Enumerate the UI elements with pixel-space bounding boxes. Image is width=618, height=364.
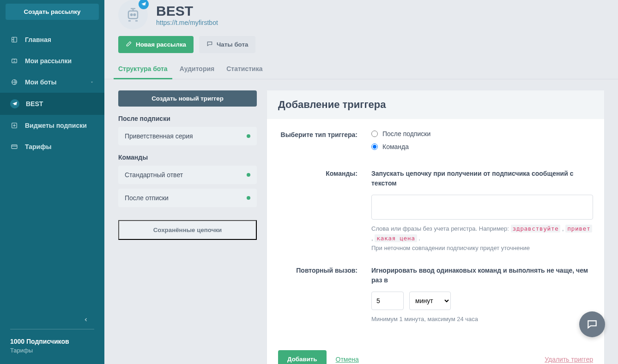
- divider: [10, 329, 94, 329]
- panel-title: Добавление триггера: [267, 90, 604, 119]
- sidebar-item-widgets[interactable]: Виджеты подписки: [0, 115, 104, 136]
- trigger-item-after-unsub[interactable]: После отписки: [118, 189, 257, 207]
- collapse-sidebar-button[interactable]: [10, 313, 94, 329]
- trigger-type-label: Выберите тип триггера:: [278, 130, 357, 156]
- commands-description: Запускать цепочку при получении от подпи…: [371, 169, 593, 188]
- edit-icon: [126, 41, 132, 48]
- example-code: какая цена: [375, 234, 417, 242]
- sidebar-item-label: Мои боты: [25, 78, 56, 86]
- main-content: BEST https://t.me/myfirstbot Новая рассы…: [104, 0, 618, 364]
- repeat-help: Минимум 1 минута, максимум 24 часа: [371, 315, 593, 324]
- home-icon: [10, 36, 18, 44]
- add-trigger-panel: Добавление триггера Выберите тип триггер…: [267, 90, 604, 364]
- add-button[interactable]: Добавить: [278, 350, 327, 364]
- example-code: здравствуйте: [511, 225, 561, 233]
- sidebar-item-bots[interactable]: Мои боты: [0, 72, 104, 93]
- trigger-item-label: Стандартный ответ: [125, 171, 183, 179]
- new-mailing-button[interactable]: Новая рассылка: [118, 36, 194, 53]
- section-after-subscribe: После подписки: [118, 115, 257, 122]
- button-label: Новая рассылка: [136, 41, 186, 48]
- svg-rect-5: [128, 11, 138, 19]
- trigger-item-label: После отписки: [125, 194, 169, 202]
- subscribers-tariff-link[interactable]: Тарифы: [10, 347, 94, 354]
- repeat-unit-select[interactable]: минут: [409, 292, 451, 310]
- chat-icon: [206, 41, 213, 48]
- sidebar-item-best[interactable]: BEST: [0, 93, 104, 115]
- telegram-badge-icon: [139, 0, 149, 9]
- svg-rect-4: [12, 145, 17, 149]
- sidebar-item-label: Тарифы: [25, 143, 51, 150]
- status-dot-icon: [247, 134, 250, 138]
- cancel-link[interactable]: Отмена: [336, 356, 359, 363]
- radio-input[interactable]: [371, 143, 378, 150]
- sidebar-item-tariffs[interactable]: Тарифы: [0, 136, 104, 157]
- create-mailing-button[interactable]: Создать рассылку: [6, 4, 99, 20]
- commands-input[interactable]: [371, 195, 593, 220]
- commands-help: Слова или фразы без учета регистра. Напр…: [371, 224, 593, 253]
- tabs: Структура бота Аудитория Статистика: [104, 60, 618, 79]
- sidebar-item-home[interactable]: Главная: [0, 29, 104, 50]
- sidebar-item-mailings[interactable]: Мои рассылки: [0, 50, 104, 72]
- button-label: Чаты бота: [217, 41, 248, 48]
- svg-point-7: [134, 14, 135, 15]
- tab-stats[interactable]: Статистика: [226, 60, 262, 79]
- bot-header: BEST https://t.me/myfirstbot: [104, 0, 618, 36]
- bot-avatar: [118, 0, 148, 30]
- support-chat-fab[interactable]: [579, 311, 605, 337]
- radio-label: Команда: [382, 143, 409, 150]
- radio-after-subscribe[interactable]: После подписки: [371, 130, 593, 137]
- repeat-description: Игнорировать ввод одинаковых команд и вы…: [371, 266, 593, 285]
- bot-link[interactable]: https://t.me/myfirstbot: [156, 19, 218, 26]
- tab-structure[interactable]: Структура бота: [118, 60, 168, 79]
- chevron-down-icon: [90, 78, 94, 86]
- card-icon: [10, 143, 18, 151]
- status-dot-icon: [247, 196, 250, 200]
- trigger-item-label: Приветственная серия: [125, 132, 193, 140]
- trigger-item-welcome[interactable]: Приветственная серия: [118, 127, 257, 145]
- radio-input[interactable]: [371, 131, 378, 137]
- radio-label: После подписки: [382, 130, 430, 137]
- section-commands: Команды: [118, 154, 257, 161]
- mail-icon: [10, 57, 18, 65]
- svg-point-6: [131, 14, 132, 15]
- subscribers-count: 1000 Подписчиков: [10, 338, 94, 345]
- repeat-value-input[interactable]: [371, 292, 404, 310]
- sidebar-item-label: Главная: [25, 36, 51, 43]
- radio-command[interactable]: Команда: [371, 143, 593, 150]
- saved-chains-button[interactable]: Сохранённые цепочки: [118, 220, 257, 240]
- sidebar: Создать рассылку Главная Мои рассылки Мо…: [0, 0, 104, 364]
- create-trigger-button[interactable]: Создать новый триггер: [118, 90, 257, 107]
- sidebar-item-label: Мои рассылки: [25, 57, 72, 65]
- sidebar-item-label: BEST: [26, 100, 43, 107]
- tab-audience[interactable]: Аудитория: [180, 60, 215, 79]
- widget-icon: [10, 121, 18, 130]
- repeat-label: Повторный вызов:: [278, 266, 357, 324]
- trigger-item-default-reply[interactable]: Стандартный ответ: [118, 166, 257, 184]
- triggers-column: Создать новый триггер После подписки При…: [118, 90, 257, 240]
- commands-label: Команды:: [278, 169, 357, 253]
- sidebar-item-label: Виджеты подписки: [25, 122, 87, 129]
- example-code: привет: [565, 225, 592, 233]
- telegram-icon: [10, 99, 19, 108]
- bot-chats-button[interactable]: Чаты бота: [199, 36, 255, 53]
- delete-trigger-link[interactable]: Удалить триггер: [545, 356, 593, 363]
- globe-icon: [10, 78, 18, 86]
- status-dot-icon: [247, 173, 250, 177]
- bot-title: BEST: [156, 3, 218, 19]
